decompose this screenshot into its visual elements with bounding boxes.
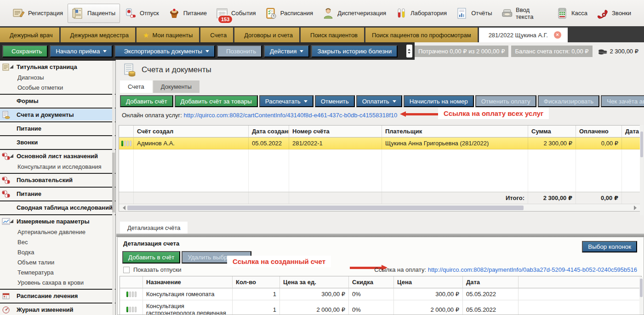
- close-tab-icon[interactable]: ×: [554, 31, 561, 39]
- toolbar-item-reports[interactable]: Отчёты: [451, 4, 496, 23]
- tab-patient-281-2022[interactable]: 281/2022 Щукина А.Г.×: [479, 28, 568, 42]
- add-invoice-button[interactable]: Добавить счёт: [120, 95, 173, 107]
- sidebar-subitem[interactable]: Уровень сахара в крови: [0, 278, 115, 288]
- sidebar-item-nutrition[interactable]: Питание: [0, 123, 115, 134]
- expander-icon[interactable]: [10, 154, 13, 158]
- charge-to-number-button[interactable]: Начислить на номер: [404, 95, 474, 107]
- toolbar-item-registration[interactable]: Регистрация: [8, 4, 68, 23]
- close-history-button[interactable]: Закрыть историю болезни: [311, 45, 398, 57]
- sidebar-item-custom[interactable]: Пользовательский: [0, 174, 115, 186]
- sidebar-item-nutrition-sheet[interactable]: Питание: [0, 188, 115, 200]
- start-visit-button[interactable]: Начало приёма: [50, 45, 113, 57]
- sidebar-subitem[interactable]: Консультации и исследования: [0, 162, 115, 172]
- sidebar-scrollbar-thumb[interactable]: [112, 153, 115, 212]
- table-cell: [519, 276, 641, 288]
- sidebar-item-calls[interactable]: Звонки: [0, 137, 115, 148]
- table-cell: [289, 192, 382, 204]
- toolbar-item-patients[interactable]: Пациенты: [68, 4, 120, 23]
- detail-row[interactable]: Консультация гомеопата1300,00 ₽0%300,00 …: [120, 288, 641, 300]
- table-cell: 0,00 ₽: [576, 137, 622, 149]
- tab-contracts-invoices[interactable]: Договоры и счета: [234, 28, 299, 42]
- toolbar-item-text-entry[interactable]: Ввод текста: [497, 3, 552, 24]
- sidebar-item-forms[interactable]: Формы: [0, 95, 115, 107]
- tab-duty-nurse[interactable]: Дежурная медсестра: [61, 28, 136, 42]
- add-to-invoice-button[interactable]: Добавить в счёт: [122, 251, 180, 263]
- sidebar-subitem[interactable]: Водка: [0, 247, 115, 258]
- action-toolbar: СохранитьНачало приёмаWЭкспортировать до…: [0, 42, 644, 60]
- sidebar-item-research-summary-table[interactable]: Сводная таблица исследований: [0, 202, 115, 213]
- button-label: Сохранить: [11, 48, 42, 55]
- account-total-value: 2 300,00 ₽: [610, 48, 639, 55]
- detail-tab[interactable]: Детализация счёта: [120, 222, 188, 234]
- toolbar-item-calls[interactable]: Звонки: [592, 4, 636, 23]
- detail-table: НазначениеКол-воЦена за ед.СкидкаЦенаДат…: [120, 276, 642, 315]
- toolbar-overflow-handle[interactable]: [406, 45, 412, 57]
- sidebar-item-label: Журнал изменений: [17, 306, 74, 313]
- table-cell: [382, 149, 528, 192]
- expander-icon[interactable]: [10, 219, 13, 223]
- pay-button[interactable]: Оплатить: [356, 95, 402, 107]
- invoices-table-vscrollbar[interactable]: [640, 125, 644, 215]
- sidebar-item-title-page[interactable]: Титульная страница: [0, 61, 115, 73]
- table-cell: 1: [233, 288, 280, 300]
- sidebar-subitem[interactable]: Вес: [0, 237, 115, 247]
- sidebar-item-invoices-documents[interactable]: Счета и документы: [0, 109, 115, 120]
- add-goods-invoice-button[interactable]: Добавить счёт за товары: [175, 95, 258, 107]
- detail-row[interactable]: Консультация гастроэнтеролога первичная1…: [120, 300, 641, 315]
- table-cell: [134, 149, 249, 192]
- tab-duty-doctor[interactable]: Дежурный врач: [0, 28, 59, 42]
- sidebar-subitem[interactable]: Артериальное давление: [0, 227, 115, 237]
- toolbar-item-cashbox[interactable]: Касса: [552, 4, 592, 23]
- scroll-right-icon[interactable]: [634, 206, 639, 210]
- button-label: Фискализировать: [544, 98, 593, 105]
- sidebar-subitem[interactable]: Объем талии: [0, 258, 115, 268]
- fiscalize-button[interactable]: Фискализировать: [538, 95, 599, 107]
- table-cell: 2 000,00 ₽: [280, 300, 349, 315]
- sidebar-subitem[interactable]: Диагнозы: [0, 73, 115, 83]
- tab-patient-search-profexam[interactable]: Поиск пациентов по профосмотрам: [365, 28, 478, 42]
- choose-columns-button[interactable]: Выбор колонок: [582, 241, 637, 252]
- table-cell: [120, 276, 143, 288]
- sidebar-subitem[interactable]: Температура: [0, 268, 115, 278]
- sidebar-item-treatment-schedule[interactable]: Расписание лечения: [0, 290, 115, 302]
- tab-patient-search[interactable]: Поиск пациентов: [301, 28, 364, 42]
- sidebar-subitem[interactable]: Особые отметки: [0, 83, 115, 93]
- sidebar-item-change-log[interactable]: Журнал изменений: [0, 304, 115, 315]
- toolbar-item-dispatching[interactable]: Диспетчеризация: [318, 4, 391, 23]
- expander-icon[interactable]: [10, 65, 13, 69]
- call-button[interactable]: Позвонить: [217, 45, 262, 57]
- invoices-table-hscrollbar[interactable]: [119, 204, 640, 211]
- invoice-payment-link[interactable]: http://quirco.com:8082/paymentInfo/0ab3a…: [428, 266, 637, 273]
- toolbar-item-schedules[interactable]: Расписания: [261, 4, 318, 23]
- patients-icon: [72, 7, 84, 19]
- actions-button[interactable]: Действия: [264, 45, 309, 57]
- tab-my-patients[interactable]: ★Мои пациенты: [137, 28, 199, 42]
- sidebar-item-measured-parameters[interactable]: Измеряемые параметры: [0, 216, 115, 227]
- cancel-payment-button[interactable]: Отменить оплату: [475, 95, 536, 107]
- toolbar-item-dispensing[interactable]: Отпуск: [120, 4, 164, 23]
- sidebar-scrollbar[interactable]: [112, 61, 115, 315]
- tab-invoices[interactable]: Счета: [200, 28, 233, 42]
- toolbar-item-events[interactable]: События153: [211, 4, 261, 23]
- save-button[interactable]: Сохранить: [2, 45, 48, 57]
- hscrollbar-thumb[interactable]: [127, 206, 524, 210]
- cancel-button[interactable]: Отменить: [315, 95, 355, 107]
- detail-table-vscrollbar[interactable]: [639, 277, 643, 315]
- advance-offset-receipt-button[interactable]: Чек зачёта аванса: [601, 95, 644, 107]
- online-payment-link[interactable]: http://quirco.com:8082/cartContentInfo/4…: [184, 112, 398, 119]
- print-button[interactable]: Распечатать: [259, 95, 313, 107]
- horizontal-splitter[interactable]: [116, 234, 644, 237]
- invoice-row[interactable]: Админов А.А.05.05.2022281/2022-1Щукина А…: [119, 137, 640, 149]
- button-label: Начислить на номер: [410, 98, 468, 105]
- tab-invoices[interactable]: Счета: [120, 80, 152, 93]
- gauge-icon: [2, 306, 10, 314]
- show-dispensing-checkbox[interactable]: [123, 267, 130, 273]
- sidebar-item-main-prescription-list[interactable]: Основной лист назначений: [0, 150, 115, 162]
- export-documents-button[interactable]: WЭкспортировать документы: [114, 45, 215, 57]
- scroll-left-icon[interactable]: [120, 206, 125, 210]
- tab-documents[interactable]: Документы: [153, 80, 199, 93]
- toolbar-item-label: Расписания: [280, 10, 313, 17]
- toolbar-item-laboratory[interactable]: Лаборатория: [391, 4, 451, 23]
- toolbar-item-nutrition[interactable]: Питание: [164, 4, 211, 23]
- page-title: Счета и документы: [142, 65, 211, 74]
